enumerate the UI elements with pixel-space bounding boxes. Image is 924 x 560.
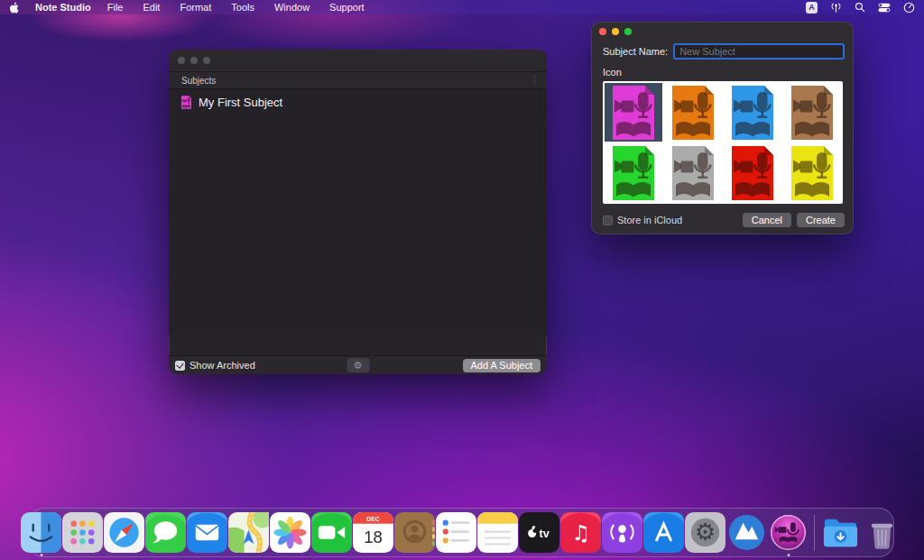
icon-grid-cell-5[interactable] xyxy=(664,143,722,202)
svg-text:18: 18 xyxy=(364,528,383,546)
menu-format[interactable]: Format xyxy=(180,2,211,13)
dock-downloads-folder[interactable] xyxy=(820,512,861,553)
subjects-window: Subjects My First Subject Show Archived … xyxy=(169,50,547,374)
dock-safari[interactable] xyxy=(104,512,144,553)
dock-notes[interactable] xyxy=(477,512,518,553)
control-center-icon[interactable] xyxy=(878,3,891,13)
menubar-app-name[interactable]: Note Studio xyxy=(35,2,91,13)
icon-grid-cell-4[interactable] xyxy=(605,143,662,202)
icon-grid-cell-6[interactable] xyxy=(724,143,781,202)
minimize-button[interactable] xyxy=(190,57,198,64)
dock-separator xyxy=(814,515,815,551)
dock: DEC 18 xyxy=(29,508,894,557)
subjects-footer: Show Archived ⚙ Add A Subject xyxy=(169,355,547,374)
close-button[interactable] xyxy=(178,57,185,64)
svg-text:DEC: DEC xyxy=(366,516,379,522)
icon-section-label: Icon xyxy=(603,67,845,78)
apple-menu-icon[interactable] xyxy=(9,2,21,14)
dock-tv[interactable]: tv xyxy=(519,512,559,553)
dock-mail[interactable] xyxy=(187,512,227,553)
menu-edit[interactable]: Edit xyxy=(143,2,160,13)
add-subject-button[interactable]: Add A Subject xyxy=(463,359,541,372)
dock-podcasts[interactable] xyxy=(602,512,642,553)
dock-photos[interactable] xyxy=(270,512,310,553)
dock-launchpad[interactable] xyxy=(62,512,103,553)
store-icloud-checkbox[interactable] xyxy=(603,216,613,225)
subject-doc-icon xyxy=(180,96,192,109)
zoom-button[interactable] xyxy=(203,57,210,64)
icon-grid-cell-1[interactable] xyxy=(664,83,722,142)
dock-trash[interactable] xyxy=(862,512,902,553)
subject-row-label: My First Subject xyxy=(199,96,282,109)
antenna-icon[interactable] xyxy=(830,2,842,14)
spotlight-search-icon[interactable] xyxy=(855,2,865,13)
store-icloud-label: Store in iCloud xyxy=(617,215,682,225)
desktop-wallpaper: Note Studio FileEditFormatToolsWindowSup… xyxy=(0,0,924,560)
svg-text:⚙: ⚙ xyxy=(695,518,716,546)
running-indicator xyxy=(787,554,790,556)
subjects-header-label: Subjects xyxy=(181,76,216,86)
dock-calendar[interactable]: DEC 18 xyxy=(353,512,393,553)
column-divider xyxy=(534,75,535,86)
svg-text:tv: tv xyxy=(540,527,550,540)
dialog-footer: Store in iCloud Cancel Create xyxy=(591,213,854,227)
close-button[interactable] xyxy=(599,28,606,35)
dock-reminders[interactable] xyxy=(436,512,476,553)
subjects-column-header[interactable]: Subjects xyxy=(169,72,547,89)
subjects-window-titlebar[interactable] xyxy=(169,50,547,72)
dialog-titlebar[interactable] xyxy=(591,22,854,41)
dock-finder[interactable] xyxy=(21,512,61,553)
subject-name-input[interactable] xyxy=(673,43,845,60)
dock-system-preferences[interactable]: ⚙ xyxy=(685,512,725,553)
dock-facetime[interactable] xyxy=(311,512,352,553)
menu-file[interactable]: File xyxy=(107,2,124,13)
new-subject-dialog: Subject Name: Icon xyxy=(591,22,854,234)
minimize-button[interactable] xyxy=(612,28,619,35)
menu-bar: Note Studio FileEditFormatToolsWindowSup… xyxy=(0,0,924,14)
icon-grid xyxy=(603,81,843,204)
show-archived-checkbox[interactable] xyxy=(175,361,185,371)
dock-mountain-app[interactable] xyxy=(726,512,767,553)
dock-messages[interactable] xyxy=(145,512,186,553)
menubar-menus: FileEditFormatToolsWindowSupport xyxy=(107,2,365,13)
dock-contacts[interactable] xyxy=(394,512,435,553)
dock-appstore[interactable] xyxy=(643,512,684,553)
subjects-list: My First Subject xyxy=(169,89,547,335)
icon-grid-cell-3[interactable] xyxy=(783,83,841,142)
create-button[interactable]: Create xyxy=(797,213,845,227)
svg-text:♫: ♫ xyxy=(571,520,590,546)
icon-grid-cell-2[interactable] xyxy=(724,83,781,142)
menu-tools[interactable]: Tools xyxy=(231,2,254,13)
cancel-button[interactable]: Cancel xyxy=(743,213,791,227)
icon-grid-cell-0[interactable] xyxy=(605,83,662,142)
icon-grid-cell-7[interactable] xyxy=(783,143,841,202)
running-indicator xyxy=(40,554,42,556)
subject-row[interactable]: My First Subject xyxy=(169,89,547,109)
menu-window[interactable]: Window xyxy=(274,2,310,13)
zoom-button[interactable] xyxy=(624,28,632,35)
gear-icon[interactable]: ⚙ xyxy=(346,358,369,372)
clock-icon[interactable] xyxy=(903,2,915,14)
subject-name-label: Subject Name: xyxy=(603,46,668,57)
menu-support[interactable]: Support xyxy=(329,2,365,13)
dock-note-studio[interactable] xyxy=(768,512,808,553)
dock-music[interactable]: ♫ xyxy=(560,512,601,553)
input-source-icon[interactable]: A xyxy=(806,2,818,14)
show-archived-label: Show Archived xyxy=(189,360,255,371)
dock-maps[interactable] xyxy=(228,512,269,553)
